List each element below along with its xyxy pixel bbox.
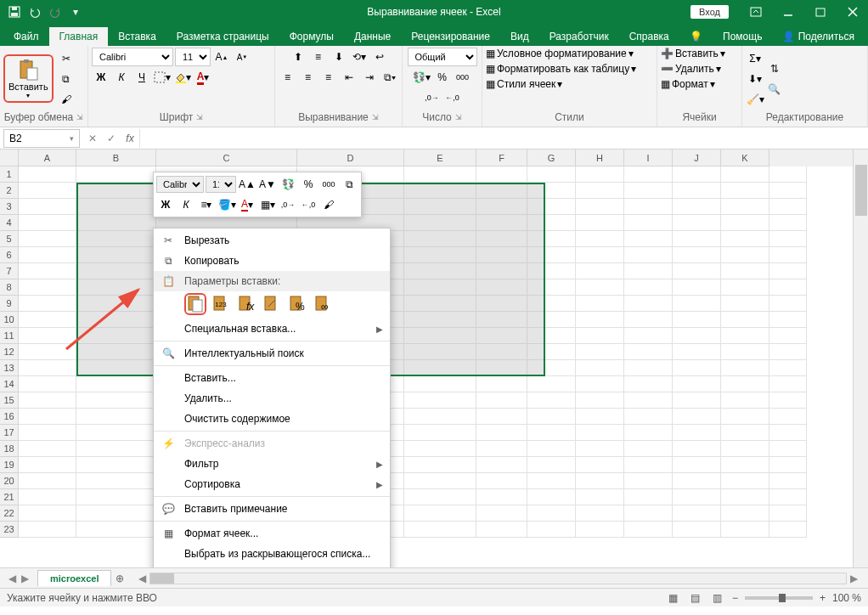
comma-icon[interactable]: 000	[454, 68, 472, 87]
clear-icon[interactable]: 🧹▾	[746, 90, 764, 109]
format-cells-button[interactable]: ▦Формат▾	[661, 78, 715, 90]
cells[interactable]	[19, 166, 853, 567]
share-button[interactable]: 👤 Поделиться	[772, 27, 865, 46]
row-header[interactable]: 11	[0, 328, 19, 344]
align-launcher[interactable]: ⇲	[372, 113, 379, 121]
align-bottom-icon[interactable]: ⬇	[330, 48, 348, 66]
find-select-icon[interactable]: 🔍	[768, 80, 781, 99]
mini-font-select[interactable]: Calibri	[156, 176, 204, 193]
row-header[interactable]: 10	[0, 312, 19, 328]
fill-icon[interactable]: ⬇▾	[746, 70, 764, 88]
formula-input[interactable]	[139, 129, 868, 148]
mini-borders-icon[interactable]: ▦▾	[258, 195, 277, 214]
copy-icon[interactable]: ⧉	[57, 70, 76, 88]
undo-icon[interactable]	[27, 4, 42, 20]
row-header[interactable]: 7	[0, 263, 19, 279]
col-header[interactable]: E	[404, 150, 476, 166]
col-header[interactable]: F	[476, 150, 527, 166]
row-header[interactable]: 21	[0, 489, 19, 505]
row-header[interactable]: 17	[0, 425, 19, 441]
signin-button[interactable]: Вход	[690, 5, 729, 19]
ctx-define-name[interactable]: Присвоить имя...	[154, 564, 390, 567]
tab-data[interactable]: Данные	[344, 27, 401, 46]
row-header[interactable]: 12	[0, 344, 19, 360]
row-header[interactable]: 18	[0, 441, 19, 457]
wrap-text-icon[interactable]: ↩	[370, 48, 389, 66]
clipboard-launcher[interactable]: ⇲	[76, 113, 83, 121]
mini-comma-icon[interactable]: 000	[319, 175, 338, 194]
tell-me-icon[interactable]: 💡	[679, 27, 713, 46]
align-center-icon[interactable]: ≡	[299, 68, 318, 87]
decrease-font-icon[interactable]: A▼	[233, 48, 251, 66]
italic-button[interactable]: К	[112, 68, 131, 87]
conditional-formatting-button[interactable]: ▦Условное форматирование▾	[486, 48, 634, 59]
sheet-nav-prev-icon[interactable]: ◀	[8, 573, 16, 584]
tab-home[interactable]: Главная	[49, 27, 109, 46]
ctx-cut[interactable]: ✂Вырезать	[154, 230, 390, 251]
col-header[interactable]: H	[576, 150, 624, 166]
select-all-corner[interactable]	[0, 150, 19, 166]
ctx-insert-comment[interactable]: 💬Вставить примечание	[154, 499, 390, 519]
font-size-select[interactable]: 11	[175, 48, 211, 66]
zoom-out-icon[interactable]: −	[732, 592, 738, 604]
decrease-indent-icon[interactable]: ⇤	[340, 68, 358, 87]
cut-icon[interactable]: ✂	[57, 49, 76, 68]
zoom-slider[interactable]	[745, 596, 813, 600]
ctx-pick-from-list[interactable]: Выбрать из раскрывающегося списка...	[154, 544, 390, 564]
autosum-icon[interactable]: Σ▾	[746, 49, 764, 68]
cancel-formula-icon[interactable]: ✕	[83, 129, 102, 148]
mini-size-select[interactable]: 11	[206, 176, 236, 193]
underline-button[interactable]: Ч	[132, 68, 151, 87]
row-header[interactable]: 5	[0, 231, 19, 247]
delete-cells-button[interactable]: ➖Удалить▾	[661, 63, 721, 75]
font-name-select[interactable]: Calibri	[92, 48, 173, 66]
col-header[interactable]: K	[721, 150, 769, 166]
mini-italic-button[interactable]: К	[177, 195, 195, 214]
row-header[interactable]: 4	[0, 215, 19, 231]
mini-font-color-icon[interactable]: А▾	[238, 195, 256, 214]
align-top-icon[interactable]: ⬆	[289, 48, 307, 66]
orientation-icon[interactable]: ⟲▾	[350, 48, 369, 66]
horizontal-scrollbar[interactable]: ◀ ▶	[135, 573, 861, 584]
number-format-select[interactable]: Общий	[408, 48, 477, 66]
row-header[interactable]: 2	[0, 183, 19, 199]
page-break-view-icon[interactable]: ▥	[710, 591, 725, 605]
sort-filter-icon[interactable]: ⇅	[768, 59, 781, 78]
sheet-tab[interactable]: microexcel	[37, 570, 111, 586]
row-header[interactable]: 19	[0, 457, 19, 473]
mini-inc-decimal-icon[interactable]: ,0→	[279, 195, 297, 214]
mini-currency-icon[interactable]: 💱	[279, 175, 297, 194]
row-header[interactable]: 13	[0, 360, 19, 376]
increase-font-icon[interactable]: A▲	[212, 48, 231, 66]
percent-icon[interactable]: %	[433, 68, 452, 87]
mini-merge-icon[interactable]: ⧉	[340, 175, 358, 194]
tab-review[interactable]: Рецензирование	[401, 27, 500, 46]
paste-option-values[interactable]: 123	[210, 293, 232, 315]
row-header[interactable]: 23	[0, 522, 19, 538]
mini-shrink-font-icon[interactable]: A▼	[258, 175, 277, 194]
tab-page-layout[interactable]: Разметка страницы	[166, 27, 279, 46]
ctx-delete[interactable]: Удалить...	[154, 388, 390, 409]
increase-indent-icon[interactable]: ⇥	[360, 68, 379, 87]
row-header[interactable]: 16	[0, 409, 19, 425]
align-right-icon[interactable]: ≡	[319, 68, 338, 87]
mini-bold-button[interactable]: Ж	[156, 195, 175, 214]
col-header[interactable]: G	[527, 150, 576, 166]
ctx-copy[interactable]: ⧉Копировать	[154, 251, 390, 271]
paste-option-formatting[interactable]: %	[286, 293, 308, 315]
increase-decimal-icon[interactable]: ,0→	[423, 88, 442, 107]
ctx-clear[interactable]: Очистить содержимое	[154, 409, 390, 429]
number-launcher[interactable]: ⇲	[455, 113, 462, 121]
row-header[interactable]: 6	[0, 247, 19, 263]
row-header[interactable]: 8	[0, 279, 19, 296]
row-header[interactable]: 14	[0, 376, 19, 392]
decrease-decimal-icon[interactable]: ←,0	[443, 88, 462, 107]
zoom-level[interactable]: 100 %	[832, 592, 861, 604]
mini-percent-icon[interactable]: %	[299, 175, 318, 194]
mini-grow-font-icon[interactable]: A▲	[238, 175, 256, 194]
ctx-filter[interactable]: Фильтр▶	[154, 454, 390, 474]
mini-align-icon[interactable]: ≡▾	[197, 195, 216, 214]
merge-icon[interactable]: ⧉▾	[380, 68, 399, 87]
tab-file[interactable]: Файл	[3, 27, 49, 46]
align-left-icon[interactable]: ≡	[279, 68, 297, 87]
